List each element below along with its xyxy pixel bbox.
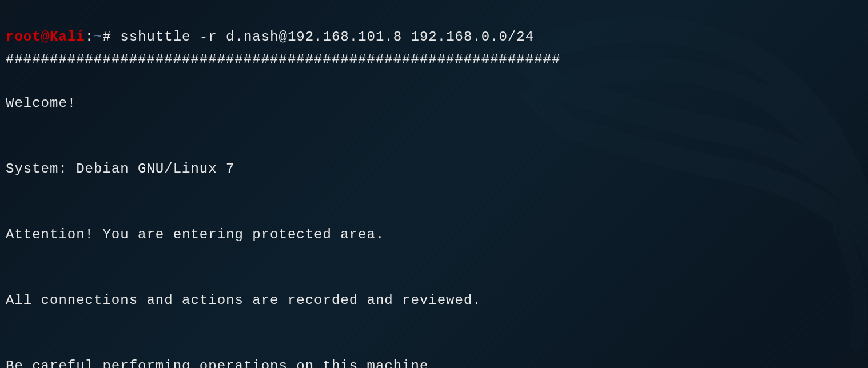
output-recorded: All connections and actions are recorded… <box>6 290 862 311</box>
command-text: sshuttle -r d.nash@192.168.101.8 192.168… <box>120 29 534 45</box>
prompt-line: root@Kali:~# sshuttle -r d.nash@192.168.… <box>6 29 534 45</box>
output-separator-top: ########################################… <box>6 49 862 70</box>
prompt-user: root@Kali <box>6 29 85 45</box>
terminal-window[interactable]: root@Kali:~# sshuttle -r d.nash@192.168.… <box>0 0 868 368</box>
output-attention: Attention! You are entering protected ar… <box>6 224 862 246</box>
prompt-path: ~ <box>94 29 102 45</box>
output-welcome: Welcome! <box>6 93 862 114</box>
output-system: System: Debian GNU/Linux 7 <box>6 158 862 180</box>
prompt-separator: : <box>85 29 94 45</box>
output-careful: Be careful performing operations on this… <box>6 355 862 368</box>
prompt-char: # <box>102 29 111 45</box>
